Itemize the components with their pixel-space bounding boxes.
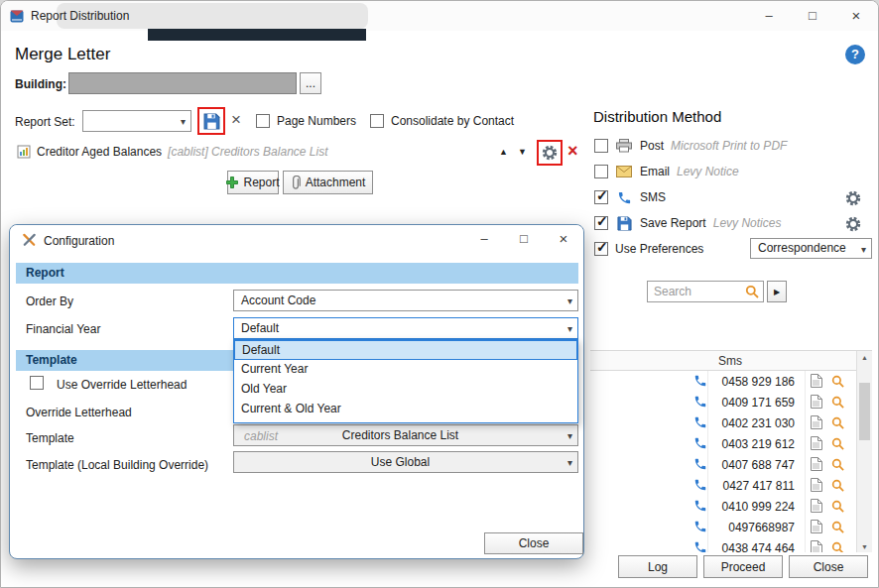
- email-detail: Levy Notice: [677, 165, 739, 178]
- dropdown-option-current-year[interactable]: Current Year: [234, 360, 577, 380]
- minimize-icon[interactable]: –: [464, 225, 504, 253]
- table-row[interactable]: 0407 688 747: [590, 454, 856, 475]
- sms-number: 0402 231 030: [707, 416, 795, 430]
- add-attachment-button[interactable]: Attachment: [283, 171, 373, 194]
- page-numbers-checkbox[interactable]: Page Numbers: [256, 112, 356, 130]
- dropdown-option-default[interactable]: Default: [234, 340, 577, 360]
- magnifier-icon[interactable]: [831, 396, 844, 409]
- scroll-down-icon[interactable]: ▼: [857, 543, 872, 550]
- checkbox-icon[interactable]: [256, 114, 270, 128]
- checkbox-icon[interactable]: [370, 114, 384, 128]
- sms-number: 0410 999 224: [707, 500, 795, 514]
- template-local-select[interactable]: Use Global ▾: [233, 451, 578, 473]
- checkbox-icon[interactable]: [594, 216, 608, 230]
- table-row[interactable]: 0410 999 224: [590, 496, 856, 517]
- magnifier-icon[interactable]: [831, 458, 844, 471]
- report-set-select[interactable]: ▾: [82, 110, 191, 132]
- preference-select[interactable]: Correspondence ▾: [750, 238, 872, 259]
- use-preferences-label: Use Preferences: [615, 242, 703, 256]
- scrollbar[interactable]: ▲ ▼: [856, 351, 872, 552]
- magnifier-icon[interactable]: [831, 479, 844, 492]
- help-icon[interactable]: ?: [845, 45, 865, 64]
- titlebar: Report Distribution – □ ×: [1, 1, 878, 31]
- table-row[interactable]: 0409 171 659: [590, 392, 856, 412]
- proceed-button[interactable]: Proceed: [703, 555, 783, 578]
- document-icon[interactable]: [811, 540, 822, 552]
- financial-year-select[interactable]: Default ▾: [233, 317, 578, 339]
- table-row[interactable]: 0403 219 612: [590, 433, 856, 454]
- phone-icon: [693, 478, 707, 492]
- minimize-icon[interactable]: –: [747, 1, 791, 31]
- post-detail: Microsoft Print to PDF: [671, 139, 787, 153]
- use-preferences-checkbox[interactable]: Use Preferences: [594, 240, 703, 258]
- table-row[interactable]: 0497668987: [590, 517, 856, 537]
- maximize-icon[interactable]: □: [504, 225, 544, 253]
- table-row[interactable]: 0438 474 464: [590, 537, 856, 552]
- phone-icon: [693, 540, 707, 552]
- save-icon[interactable]: [203, 113, 220, 130]
- scroll-up-icon[interactable]: ▲: [857, 354, 872, 361]
- distribution-item-email[interactable]: Email Levy Notice: [594, 163, 739, 180]
- report-list-item[interactable]: Creditor Aged Balances [cablist] Credito…: [17, 143, 327, 161]
- report-config-annotation: [537, 140, 563, 166]
- magnifier-icon[interactable]: [831, 416, 844, 429]
- building-browse-button[interactable]: ...: [300, 72, 321, 94]
- plus-icon: [226, 176, 238, 188]
- document-icon[interactable]: [811, 478, 822, 492]
- order-by-select[interactable]: Account Code ▾: [233, 290, 578, 311]
- magnifier-icon[interactable]: [831, 437, 844, 450]
- close-icon[interactable]: ×: [544, 225, 583, 253]
- checkbox-icon[interactable]: [594, 190, 608, 204]
- close-icon[interactable]: ×: [834, 1, 878, 31]
- gear-icon[interactable]: [542, 145, 558, 161]
- chevron-down-icon: ▾: [567, 292, 572, 311]
- template-select[interactable]: cablist Creditors Balance List ▾: [233, 424, 578, 446]
- checkbox-icon[interactable]: [594, 165, 608, 178]
- magnifier-icon[interactable]: [831, 541, 844, 552]
- distribution-item-sms[interactable]: SMS: [594, 188, 666, 206]
- magnifier-icon[interactable]: [831, 375, 844, 388]
- sms-number: 0407 688 747: [707, 458, 795, 472]
- add-report-button[interactable]: Report: [227, 171, 279, 194]
- config-close-button[interactable]: Close: [484, 532, 583, 554]
- move-down-icon[interactable]: ▼: [518, 147, 527, 157]
- search-icon[interactable]: [745, 285, 759, 298]
- sms-column-header[interactable]: Sms: [718, 354, 742, 368]
- dropdown-option-old-year[interactable]: Old Year: [234, 380, 577, 400]
- magnifier-icon[interactable]: [831, 521, 844, 533]
- log-button[interactable]: Log: [618, 555, 697, 578]
- clear-report-set-icon[interactable]: ×: [231, 110, 241, 130]
- document-icon[interactable]: [811, 436, 822, 450]
- checkbox-icon[interactable]: [594, 242, 608, 256]
- document-icon[interactable]: [811, 395, 822, 409]
- consolidate-checkbox[interactable]: Consolidate by Contact: [370, 112, 514, 130]
- table-row[interactable]: 0402 231 030: [590, 412, 856, 433]
- table-body: 0458 929 186 0409 171 659 0402 231 030 0…: [590, 371, 856, 552]
- document-icon[interactable]: [811, 457, 822, 471]
- table-row[interactable]: 0458 929 186: [590, 371, 856, 392]
- table-row[interactable]: 0427 417 811: [590, 475, 856, 496]
- document-icon[interactable]: [811, 520, 822, 533]
- move-up-icon[interactable]: ▲: [499, 147, 508, 157]
- dropdown-option-current-old-year[interactable]: Current & Old Year: [234, 400, 577, 419]
- building-input[interactable]: [68, 72, 297, 94]
- table-header[interactable]: Sms: [590, 351, 856, 371]
- checkbox-icon[interactable]: [594, 139, 608, 153]
- distribution-item-save-report[interactable]: Save Report Levy Notices: [594, 214, 781, 232]
- document-icon[interactable]: [811, 415, 822, 429]
- document-icon[interactable]: [811, 374, 822, 388]
- chevron-down-icon: ▾: [861, 240, 866, 259]
- distribution-title: Distribution Method: [593, 108, 721, 125]
- magnifier-icon[interactable]: [831, 500, 844, 513]
- expand-search-icon[interactable]: ▶: [767, 281, 787, 302]
- sms-settings-gear-icon[interactable]: [845, 190, 861, 206]
- document-icon[interactable]: [811, 499, 822, 513]
- maximize-icon[interactable]: □: [791, 1, 834, 31]
- close-button[interactable]: Close: [789, 555, 868, 578]
- scrollbar-thumb[interactable]: [859, 383, 870, 440]
- delete-report-icon[interactable]: ×: [567, 141, 578, 162]
- config-titlebar: Configuration – □ ×: [10, 225, 583, 255]
- use-override-checkbox[interactable]: [30, 376, 44, 390]
- save-report-settings-gear-icon[interactable]: [845, 216, 861, 232]
- distribution-item-post[interactable]: Post Microsoft Print to PDF: [594, 137, 787, 155]
